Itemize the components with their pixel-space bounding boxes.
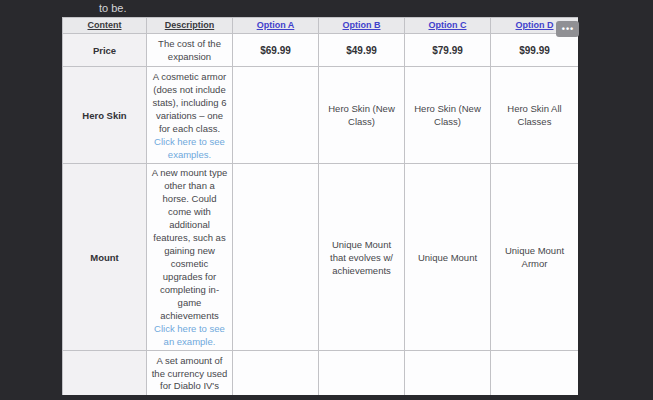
option-c-cell: 3000 ($30 Value): [405, 351, 491, 396]
option-a-cell: [233, 67, 319, 164]
option-d-cell: $99.99: [491, 34, 579, 67]
option-b-cell: 1000 ($10 Value): [319, 351, 405, 396]
table-header-row: Content Description Option A Option B Op…: [63, 18, 579, 34]
table-row-price: Price The cost of the expansion $69.99 $…: [63, 34, 579, 67]
option-c-cell: Unique Mount: [405, 164, 491, 351]
option-a-cell: 2000 ($20 Value): [233, 351, 319, 396]
option-b-cell: $49.99: [319, 34, 405, 67]
paragraph-fragment: to be.: [99, 1, 127, 15]
option-d-cell: Unique Mount Armor: [491, 164, 579, 351]
row-header-cell: Hero Skin: [63, 67, 147, 164]
row-header-cell: Price: [63, 34, 147, 67]
more-options-button[interactable]: •••: [556, 21, 579, 37]
option-c-cell: Hero Skin (New Class): [405, 67, 491, 164]
description-cell: The cost of the expansion: [147, 34, 233, 67]
description-cell: A cosmetic armor (does not include stats…: [147, 67, 233, 164]
option-d-cell: [491, 351, 579, 396]
column-header-content: Content: [63, 18, 147, 34]
column-header-option-a-link[interactable]: Option A: [233, 18, 319, 34]
option-c-cell: $79.99: [405, 34, 491, 67]
table-row-platinum: Platinum (instant) A set amount of the c…: [63, 351, 579, 396]
options-comparison-table: Content Description Option A Option B Op…: [62, 17, 578, 395]
option-a-cell: $69.99: [233, 34, 319, 67]
document-page: Content Description Option A Option B Op…: [62, 17, 578, 395]
option-b-cell: Hero Skin (New Class): [319, 67, 405, 164]
description-cell: A set amount of the currency used for Di…: [147, 351, 233, 396]
description-text: A new mount type other than a horse. Cou…: [152, 167, 228, 321]
column-header-description: Description: [147, 18, 233, 34]
column-header-option-c-link[interactable]: Option C: [405, 18, 491, 34]
ellipsis-icon: •••: [561, 25, 574, 34]
table-row-mount: Mount A new mount type other than a hors…: [63, 164, 579, 351]
option-b-cell: Unique Mount that evolves w/ achievement…: [319, 164, 405, 351]
table-row-hero-skin: Hero Skin A cosmetic armor (does not inc…: [63, 67, 579, 164]
see-example-link[interactable]: Click here to see an example.: [154, 323, 225, 347]
see-examples-link[interactable]: Click here to see examples.: [154, 136, 225, 160]
option-a-cell: [233, 164, 319, 351]
option-d-cell: Hero Skin All Classes: [491, 67, 579, 164]
description-text: A cosmetic armor (does not include stats…: [153, 71, 227, 134]
row-header-cell: Platinum (instant): [63, 351, 147, 396]
row-header-cell: Mount: [63, 164, 147, 351]
description-cell: A new mount type other than a horse. Cou…: [147, 164, 233, 351]
column-header-option-b-link[interactable]: Option B: [319, 18, 405, 34]
